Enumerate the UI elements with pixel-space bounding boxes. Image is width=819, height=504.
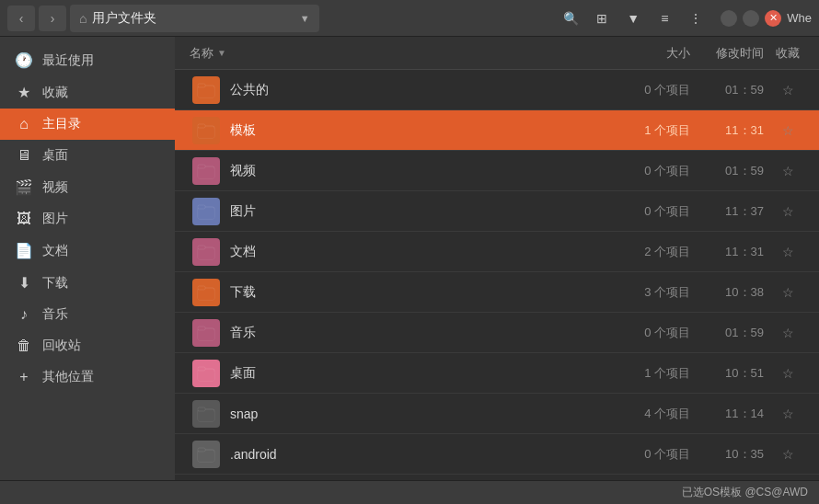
svg-rect-13 bbox=[198, 249, 214, 259]
file-size: 0 个项目 bbox=[587, 82, 698, 98]
svg-rect-19 bbox=[198, 330, 214, 340]
videos-icon: 🎬 bbox=[15, 178, 33, 196]
svg-rect-8 bbox=[198, 165, 205, 168]
file-name: snap bbox=[230, 407, 587, 421]
table-row[interactable]: snap 4 个项目 11：14 ☆ bbox=[175, 394, 819, 434]
home-icon: ⌂ bbox=[15, 116, 33, 132]
view-grid-button[interactable]: ⊞ bbox=[588, 6, 616, 31]
svg-rect-10 bbox=[198, 209, 214, 219]
sidebar-item-label: 其他位置 bbox=[42, 369, 94, 385]
table-row[interactable]: 下载 3 个项目 10：38 ☆ bbox=[175, 272, 819, 313]
file-size: 3 个项目 bbox=[587, 284, 698, 301]
file-size: 0 个项目 bbox=[587, 203, 698, 220]
sidebar-item-label: 下载 bbox=[42, 275, 68, 292]
wm-controls: ✕ Whe bbox=[721, 10, 812, 27]
sidebar-item-home[interactable]: ⌂ 主目录 bbox=[0, 109, 175, 140]
svg-rect-14 bbox=[198, 246, 205, 249]
maximize-button[interactable] bbox=[743, 10, 759, 27]
titlebar-actions: 🔍 ⊞ ▼ ≡ ⋮ bbox=[557, 6, 709, 31]
sidebar-item-label: 收藏 bbox=[42, 85, 68, 101]
file-modified: 11：31 bbox=[698, 244, 771, 260]
sidebar-item-trash[interactable]: 🗑 回收站 bbox=[0, 330, 175, 361]
menu-button[interactable]: ⋮ bbox=[682, 6, 709, 31]
svg-rect-25 bbox=[198, 411, 214, 421]
file-size: 1 个项目 bbox=[587, 122, 698, 139]
home-icon: ⌂ bbox=[79, 11, 87, 26]
sidebar-item-videos[interactable]: 🎬 视频 bbox=[0, 171, 175, 203]
statusbar-text: 已选OS模板 @CS@AWD bbox=[682, 485, 808, 500]
sidebar-item-label: 音乐 bbox=[42, 306, 68, 323]
sidebar-item-music[interactable]: ♪ 音乐 bbox=[0, 299, 175, 330]
folder-icon bbox=[192, 319, 220, 347]
file-bookmark[interactable]: ☆ bbox=[771, 164, 804, 178]
forward-button[interactable]: › bbox=[39, 6, 66, 31]
minimize-button[interactable] bbox=[721, 10, 737, 27]
svg-rect-20 bbox=[198, 326, 205, 330]
search-button[interactable]: 🔍 bbox=[557, 6, 584, 31]
folder-icon bbox=[192, 400, 220, 428]
column-size-header[interactable]: 大小 bbox=[587, 45, 698, 62]
file-modified: 01：59 bbox=[698, 82, 771, 98]
folder-icon bbox=[192, 117, 220, 144]
file-name: 公共的 bbox=[230, 82, 587, 98]
sidebar-item-documents[interactable]: 📄 文档 bbox=[0, 235, 175, 267]
file-icon-wrap bbox=[190, 195, 223, 228]
file-bookmark[interactable]: ☆ bbox=[771, 285, 804, 300]
view-list-button[interactable]: ≡ bbox=[651, 6, 678, 31]
table-row[interactable]: .android 0 个项目 10：35 ☆ bbox=[175, 434, 819, 475]
sidebar-item-recent[interactable]: 🕐 最近使用 bbox=[0, 44, 175, 76]
file-bookmark[interactable]: ☆ bbox=[771, 407, 804, 421]
sidebar-item-label: 主目录 bbox=[42, 116, 81, 132]
table-row[interactable]: 桌面 1 个项目 10：51 ☆ bbox=[175, 353, 819, 394]
file-icon-wrap bbox=[190, 357, 223, 390]
sort-icon: ▼ bbox=[217, 48, 226, 58]
file-modified: 10：51 bbox=[698, 365, 771, 382]
sidebar-item-label: 视频 bbox=[42, 179, 68, 196]
sidebar-item-desktop[interactable]: 🖥 桌面 bbox=[0, 140, 175, 171]
sidebar-item-other[interactable]: + 其他位置 bbox=[0, 361, 175, 393]
file-bookmark[interactable]: ☆ bbox=[771, 447, 804, 462]
file-name: 图片 bbox=[230, 203, 587, 220]
file-modified: 11：37 bbox=[698, 203, 771, 220]
file-modified: 01：59 bbox=[698, 163, 771, 179]
bookmarks-icon: ★ bbox=[15, 84, 33, 101]
sidebar-item-pictures[interactable]: 🖼 图片 bbox=[0, 203, 175, 235]
file-bookmark[interactable]: ☆ bbox=[771, 204, 804, 219]
file-bookmark[interactable]: ☆ bbox=[771, 326, 804, 340]
sidebar-item-downloads[interactable]: ⬇ 下载 bbox=[0, 267, 175, 299]
file-modified: 01：59 bbox=[698, 325, 771, 341]
column-modified-header[interactable]: 修改时间 bbox=[698, 45, 771, 62]
file-bookmark[interactable]: ☆ bbox=[771, 123, 804, 138]
back-button[interactable]: ‹ bbox=[7, 6, 35, 31]
file-bookmark[interactable]: ☆ bbox=[771, 245, 804, 259]
close-button[interactable]: ✕ bbox=[765, 10, 781, 27]
table-row[interactable]: 模板 1 个项目 11：31 ☆ bbox=[175, 110, 819, 151]
file-icon-wrap bbox=[190, 74, 223, 107]
file-icon-wrap bbox=[190, 155, 223, 188]
file-icon-wrap bbox=[190, 235, 223, 269]
file-icon-wrap bbox=[190, 276, 223, 309]
table-row[interactable]: 视频 0 个项目 01：59 ☆ bbox=[175, 151, 819, 191]
file-bookmark[interactable]: ☆ bbox=[771, 83, 804, 97]
column-name-header[interactable]: 名称 ▼ bbox=[190, 45, 587, 62]
file-bookmark[interactable]: ☆ bbox=[771, 366, 804, 381]
view-dropdown-button[interactable]: ▼ bbox=[619, 6, 647, 31]
file-size: 0 个项目 bbox=[587, 325, 698, 341]
folder-icon bbox=[192, 157, 220, 185]
sidebar-item-label: 文档 bbox=[42, 243, 68, 259]
table-row[interactable]: 音乐 0 个项目 01：59 ☆ bbox=[175, 313, 819, 353]
svg-rect-1 bbox=[198, 87, 214, 97]
desktop-icon: 🖥 bbox=[15, 147, 33, 164]
svg-rect-11 bbox=[198, 205, 205, 209]
recent-icon: 🕐 bbox=[15, 52, 33, 69]
file-modified: 11：31 bbox=[698, 122, 771, 139]
breadcrumb[interactable]: ⌂ 用户文件夹 ▼ bbox=[70, 5, 319, 32]
table-row[interactable]: 图片 0 个项目 11：37 ☆ bbox=[175, 191, 819, 232]
wm-text: Whe bbox=[787, 11, 812, 25]
table-row[interactable]: 文档 2 个项目 11：31 ☆ bbox=[175, 232, 819, 272]
documents-icon: 📄 bbox=[15, 242, 33, 259]
table-row[interactable]: 公共的 0 个项目 01：59 ☆ bbox=[175, 70, 819, 110]
sidebar-item-bookmarks[interactable]: ★ 收藏 bbox=[0, 76, 175, 109]
titlebar: ‹ › ⌂ 用户文件夹 ▼ 🔍 ⊞ ▼ ≡ ⋮ ✕ Whe bbox=[0, 0, 819, 37]
svg-rect-5 bbox=[198, 124, 205, 128]
